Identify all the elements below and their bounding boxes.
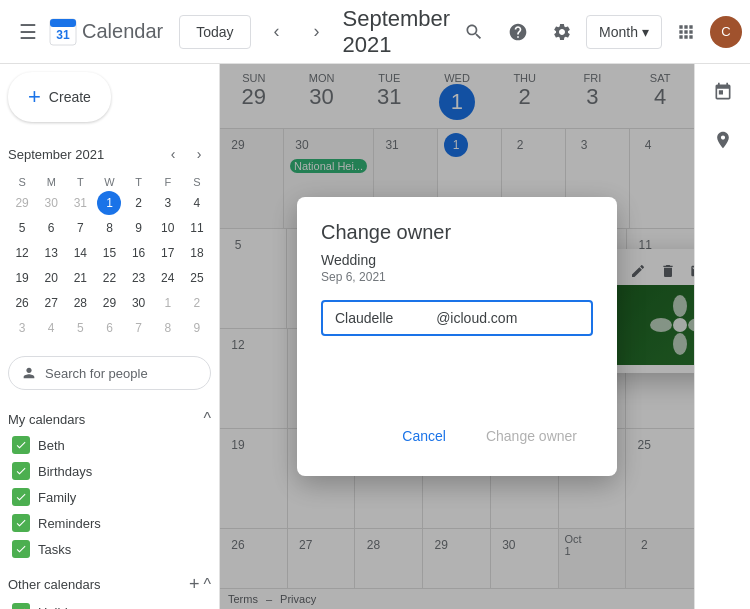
mini-cal-next[interactable]: › (187, 142, 211, 166)
my-calendars-section: My calendars ^ Beth Birthdays (8, 406, 211, 562)
mini-day[interactable]: 25 (185, 266, 209, 290)
calendar-checkbox-family (12, 488, 30, 506)
nav-buttons: ‹ › (259, 14, 335, 50)
mini-day[interactable]: 12 (10, 241, 34, 265)
mini-day[interactable]: 14 (68, 241, 92, 265)
mini-day[interactable]: 29 (10, 191, 34, 215)
mini-cal-grid: S M T W T F S 29 30 31 1 2 3 4 5 (8, 174, 211, 340)
search-icon (464, 22, 484, 42)
mini-day[interactable]: 11 (185, 216, 209, 240)
modal-event-date: Sep 6, 2021 (321, 270, 593, 284)
mini-day[interactable]: 17 (156, 241, 180, 265)
mini-day[interactable]: 6 (39, 216, 63, 240)
person-icon (21, 365, 37, 381)
mini-day[interactable]: 29 (97, 291, 121, 315)
mini-day-header: W (95, 174, 123, 190)
other-calendars-add-icon[interactable]: + (189, 574, 200, 595)
change-owner-modal: Change owner Wedding Sep 6, 2021 Cancel … (297, 197, 617, 476)
mini-day[interactable]: 4 (185, 191, 209, 215)
create-button[interactable]: + Create (8, 72, 111, 122)
calendar-checkbox-reminders (12, 514, 30, 532)
create-plus-icon: + (28, 84, 41, 110)
mini-day[interactable]: 9 (185, 316, 209, 340)
right-location-icon[interactable] (703, 120, 743, 160)
settings-icon (552, 22, 572, 42)
mini-cal-prev[interactable]: ‹ (161, 142, 185, 166)
mini-day[interactable]: 30 (127, 291, 151, 315)
mini-day[interactable]: 4 (39, 316, 63, 340)
mini-day[interactable]: 8 (156, 316, 180, 340)
my-calendars-collapse-icon: ^ (203, 410, 211, 428)
modal-event-name: Wedding (321, 252, 593, 268)
mini-day[interactable]: 23 (127, 266, 151, 290)
mini-day[interactable]: 6 (97, 316, 121, 340)
mini-day[interactable]: 3 (10, 316, 34, 340)
settings-button[interactable] (542, 12, 582, 52)
new-owner-input[interactable] (321, 300, 593, 336)
mini-day[interactable]: 9 (127, 216, 151, 240)
right-calendar-icon[interactable] (703, 72, 743, 112)
calendar-item-holidays[interactable]: Holidays (8, 599, 211, 609)
mini-day-today[interactable]: 1 (97, 191, 121, 215)
topbar-icons: Month ▾ C (454, 12, 742, 52)
search-people[interactable]: Search for people (8, 356, 211, 390)
mini-day[interactable]: 31 (68, 191, 92, 215)
mini-day[interactable]: 2 (185, 291, 209, 315)
search-button[interactable] (454, 12, 494, 52)
avatar[interactable]: C (710, 16, 742, 48)
my-calendars-header[interactable]: My calendars ^ (8, 406, 211, 432)
calendar-label-holidays: Holidays (38, 605, 88, 610)
prev-button[interactable]: ‹ (259, 14, 295, 50)
mini-day[interactable]: 18 (185, 241, 209, 265)
mini-calendar: September 2021 ‹ › S M T W T F S 29 (8, 138, 211, 340)
mini-day[interactable]: 22 (97, 266, 121, 290)
month-label: Month (599, 24, 638, 40)
view-selector[interactable]: Month ▾ (586, 15, 662, 49)
mini-day[interactable]: 7 (68, 216, 92, 240)
mini-day[interactable]: 19 (10, 266, 34, 290)
modal-footer: Cancel Change owner (321, 420, 593, 452)
today-button[interactable]: Today (179, 15, 250, 49)
calendar-item-family[interactable]: Family (8, 484, 211, 510)
mini-day[interactable]: 7 (127, 316, 151, 340)
mini-day[interactable]: 24 (156, 266, 180, 290)
other-calendars-title: Other calendars (8, 577, 101, 592)
help-button[interactable] (498, 12, 538, 52)
mini-day[interactable]: 2 (127, 191, 151, 215)
change-owner-button[interactable]: Change owner (470, 420, 593, 452)
mini-day[interactable]: 30 (39, 191, 63, 215)
mini-day[interactable]: 21 (68, 266, 92, 290)
calendar-checkbox-birthdays (12, 462, 30, 480)
calendar-item-reminders[interactable]: Reminders (8, 510, 211, 536)
menu-button[interactable]: ☰ (8, 12, 48, 52)
next-button[interactable]: › (299, 14, 335, 50)
right-sidebar (694, 64, 750, 609)
other-calendars-collapse-icon: ^ (203, 576, 211, 594)
mini-day[interactable]: 28 (68, 291, 92, 315)
calendar-label-beth: Beth (38, 438, 65, 453)
mini-cal-header: September 2021 ‹ › (8, 138, 211, 170)
mini-day[interactable]: 5 (68, 316, 92, 340)
mini-day[interactable]: 13 (39, 241, 63, 265)
calendar-title: September 2021 (343, 6, 455, 58)
calendar-item-tasks[interactable]: Tasks (8, 536, 211, 562)
other-calendars-header[interactable]: Other calendars + ^ (8, 570, 211, 599)
mini-day[interactable]: 1 (156, 291, 180, 315)
calendar-item-beth[interactable]: Beth (8, 432, 211, 458)
apps-icon (676, 22, 696, 42)
mini-day[interactable]: 15 (97, 241, 121, 265)
mini-day[interactable]: 26 (10, 291, 34, 315)
apps-button[interactable] (666, 12, 706, 52)
mini-day[interactable]: 3 (156, 191, 180, 215)
mini-day-header: S (8, 174, 36, 190)
cancel-button[interactable]: Cancel (386, 420, 462, 452)
sidebar: + Create September 2021 ‹ › S M T W T (0, 64, 220, 609)
mini-day[interactable]: 10 (156, 216, 180, 240)
mini-day[interactable]: 27 (39, 291, 63, 315)
mini-day[interactable]: 20 (39, 266, 63, 290)
calendar-label-birthdays: Birthdays (38, 464, 92, 479)
calendar-item-birthdays[interactable]: Birthdays (8, 458, 211, 484)
mini-day[interactable]: 5 (10, 216, 34, 240)
mini-day[interactable]: 16 (127, 241, 151, 265)
mini-day[interactable]: 8 (97, 216, 121, 240)
